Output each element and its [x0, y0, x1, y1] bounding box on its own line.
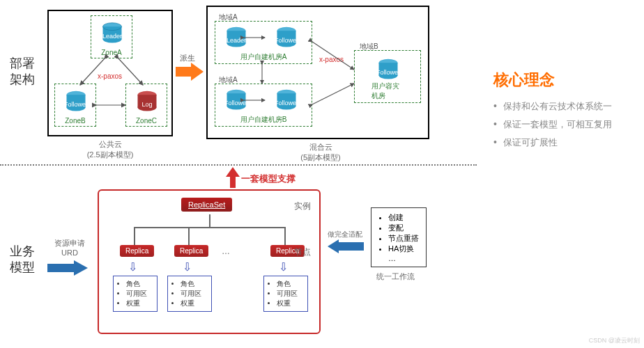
hybrid-caption: 混合云(5副本模型)	[286, 142, 355, 163]
xpaxos-label: x-paxos	[319, 56, 344, 63]
zone-c-label: ZoneC	[136, 117, 157, 125]
chevron-down-icon: ⇩	[183, 260, 192, 274]
concept-item: 保证可扩展性	[493, 136, 633, 149]
concept-item: 保持和公有云技术体系统一	[493, 100, 633, 113]
dots: …	[222, 246, 230, 256]
derive-arrow-icon	[176, 63, 204, 81]
follower-label: Follower	[222, 100, 250, 106]
room-dr-label: 用户容灾机房	[371, 81, 404, 101]
leader-label: Leader	[98, 33, 126, 40]
biz-model-box: ReplicaSet Replica Replica … Replica ⇩ ⇩…	[98, 189, 321, 334]
core-concept-panel: 核心理念 保持和公有云技术体系统一 保证一套模型，可相互复用 保证可扩展性	[493, 70, 633, 155]
core-concept-title: 核心理念	[493, 70, 633, 90]
urd-arrow-icon	[47, 260, 88, 276]
leader-label: Leader	[222, 37, 250, 44]
zone-b: Follower ZoneB	[54, 84, 96, 127]
adapt-label: 做完全适配	[328, 230, 362, 239]
adapt-arrow-icon	[328, 239, 364, 253]
log-label: Log	[133, 101, 161, 108]
zone-b-label: ZoneB	[65, 117, 85, 125]
room-dr-zone: Follower 用户容灾机房	[354, 50, 421, 103]
workflow-caption: 统一工作流	[376, 271, 415, 282]
deploy-arch-label: 部署架构	[10, 56, 35, 88]
public-cloud-box: Leader ZoneA Follower ZoneB Log ZoneC x-…	[47, 10, 173, 136]
workflow-box: 创建变配节点重搭HA切换…	[371, 207, 427, 267]
instance-label: 实例	[294, 200, 311, 212]
support-arrow-icon	[226, 167, 240, 188]
room-b-label: 用户自建机房B	[240, 115, 287, 125]
replica-node: Replica	[174, 245, 208, 257]
attr-box: 角色可用区权重	[263, 276, 308, 312]
chevron-down-icon: ⇩	[128, 260, 137, 274]
follower-label: Follower	[374, 69, 402, 76]
follower-label: Follower	[273, 37, 300, 44]
attr-box: 角色可用区权重	[113, 276, 158, 312]
follower-label: Follower	[62, 101, 90, 108]
xpaxos-label: x-paxos	[98, 72, 122, 80]
biz-model-label: 业务模型	[10, 244, 35, 276]
divider	[0, 164, 477, 166]
replica-node: Replica	[120, 245, 154, 257]
room-a-label: 用户自建机房A	[240, 52, 287, 62]
chevron-down-icon: ⇩	[279, 260, 288, 274]
concept-item: 保证一套模型，可相互复用	[493, 118, 633, 131]
svg-line-11	[118, 58, 143, 85]
support-label: 一套模型支撑	[241, 173, 296, 185]
public-cloud-caption: 公共云(2.5副本模型)	[75, 139, 145, 160]
room-a-zone: Leader Follower 用户自建机房A	[215, 21, 312, 64]
derive-label: 派生	[180, 53, 195, 63]
svg-line-32	[312, 84, 354, 104]
zone-c: Log ZoneC	[125, 84, 167, 127]
watermark: CSDN @凌云时刻	[589, 336, 640, 345]
attr-box: 角色可用区权重	[167, 276, 212, 312]
room-b-zone: Follower Follower 用户自建机房B	[215, 84, 312, 127]
follower-label: Follower	[273, 100, 300, 106]
resource-req-label: 资源申请URD	[54, 238, 85, 257]
zone-a-label: ZoneA	[101, 49, 121, 56]
hybrid-cloud-box: 地域A Leader Follower 用户自建机房A 地域A Follower…	[206, 6, 429, 139]
zone-a: Leader ZoneA	[91, 15, 132, 58]
svg-line-10	[80, 58, 105, 85]
replicaset-node: ReplicaSet	[181, 198, 232, 212]
node-label: 节点	[294, 246, 311, 258]
